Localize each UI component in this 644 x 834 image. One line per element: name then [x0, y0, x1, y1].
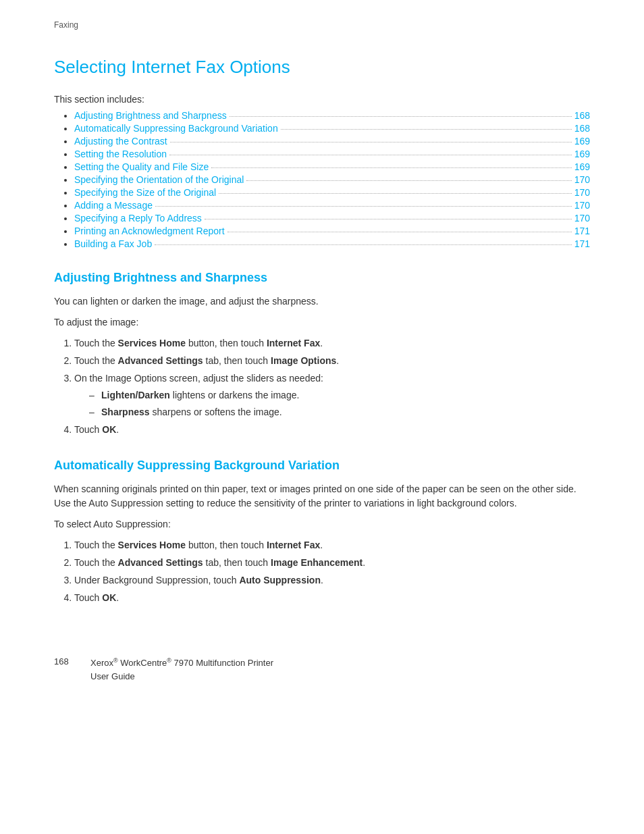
toc-page-number: 171 — [574, 238, 590, 249]
section2-to-select: To select Auto Suppression: — [54, 517, 590, 531]
toc-dots — [246, 180, 571, 181]
toc-page-number: 170 — [574, 200, 590, 211]
toc-page-number: 170 — [574, 213, 590, 224]
toc-page-number: 170 — [574, 187, 590, 198]
toc-link[interactable]: Automatically Suppressing Background Var… — [74, 123, 278, 134]
toc-link[interactable]: Adjusting the Contrast — [74, 136, 167, 147]
list-item: Touch OK. — [74, 423, 590, 437]
sub-list: Lighten/Darken lightens or darkens the i… — [74, 388, 590, 419]
section-includes-label: This section includes: — [54, 94, 590, 105]
toc-link[interactable]: Specifying the Size of the Original — [74, 187, 216, 198]
toc-link[interactable]: Printing an Acknowledgment Report — [74, 226, 225, 236]
toc-link[interactable]: Specifying the Orientation of the Origin… — [74, 174, 244, 185]
toc-page-number: 169 — [574, 136, 590, 147]
bold-text: Sharpness — [101, 407, 150, 417]
section-auto-suppress: Automatically Suppressing Background Var… — [54, 459, 590, 605]
bold-text: OK — [102, 424, 116, 435]
toc-dots — [227, 232, 572, 232]
bold-text: Advanced Settings — [118, 355, 203, 366]
bold-text: Internet Fax — [267, 338, 320, 348]
list-item: Touch OK. — [74, 591, 590, 605]
toc-page-number: 171 — [574, 226, 590, 236]
toc-item: Automatically Suppressing Background Var… — [74, 123, 590, 134]
toc-item: Adjusting Brightness and Sharpness168 — [74, 110, 590, 121]
page-footer: 168 Xerox® WorkCentre® 7970 Multifunctio… — [54, 646, 590, 683]
toc-link[interactable]: Setting the Resolution — [74, 149, 167, 159]
section2-title: Automatically Suppressing Background Var… — [54, 459, 590, 473]
bold-text: OK — [102, 592, 116, 603]
bold-text: Image Enhancement — [271, 557, 363, 568]
toc-dots — [230, 116, 572, 117]
toc-item: Adding a Message170 — [74, 200, 590, 211]
toc-item: Building a Fax Job171 — [74, 238, 590, 249]
toc-dots — [211, 167, 571, 168]
section2-steps: Touch the Services Home button, then tou… — [54, 538, 590, 605]
toc-page-number: 169 — [574, 149, 590, 159]
toc-item: Specifying the Size of the Original170 — [74, 187, 590, 198]
section1-intro: You can lighten or darken the image, and… — [54, 294, 590, 309]
breadcrumb: Faxing — [54, 20, 590, 30]
toc-page-number: 168 — [574, 110, 590, 121]
toc-item: Specifying a Reply To Address170 — [74, 213, 590, 224]
section2-body: When scanning originals printed on thin … — [54, 482, 590, 511]
page-title: Selecting Internet Fax Options — [54, 57, 590, 78]
toc-dots — [219, 193, 572, 194]
footer-line1: Xerox® WorkCentre® 7970 Multifunction Pr… — [90, 656, 273, 670]
toc-item: Setting the Quality and File Size169 — [74, 161, 590, 172]
toc-item: Printing an Acknowledgment Report171 — [74, 226, 590, 236]
toc-link[interactable]: Setting the Quality and File Size — [74, 161, 209, 172]
section-adjusting-brightness: Adjusting Brightness and Sharpness You c… — [54, 271, 590, 437]
footer-line2: User Guide — [90, 670, 273, 683]
list-item: Touch the Services Home button, then tou… — [74, 538, 590, 552]
list-item: Touch the Advanced Settings tab, then to… — [74, 556, 590, 570]
toc-link[interactable]: Adjusting Brightness and Sharpness — [74, 110, 227, 121]
toc-dots — [155, 244, 571, 245]
bold-text: Image Options — [271, 355, 336, 366]
toc-item: Specifying the Orientation of the Origin… — [74, 174, 590, 185]
toc-dots — [205, 219, 572, 219]
section1-to-adjust: To adjust the image: — [54, 315, 590, 330]
list-item: Touch the Services Home button, then tou… — [74, 336, 590, 350]
bold-text: Services Home — [118, 338, 186, 348]
section1-steps: Touch the Services Home button, then tou… — [54, 336, 590, 437]
toc-link[interactable]: Specifying a Reply To Address — [74, 213, 202, 224]
toc-item: Adjusting the Contrast169 — [74, 136, 590, 147]
bold-text: Services Home — [118, 540, 186, 550]
toc-page-number: 170 — [574, 174, 590, 185]
list-item: Lighten/Darken lightens or darkens the i… — [101, 388, 590, 402]
bold-text: Advanced Settings — [118, 557, 203, 568]
bold-text: Lighten/Darken — [101, 390, 170, 400]
footer-text: Xerox® WorkCentre® 7970 Multifunction Pr… — [90, 656, 273, 683]
footer-page-number: 168 — [54, 656, 74, 667]
toc-dots — [281, 129, 572, 130]
toc-page-number: 169 — [574, 161, 590, 172]
list-item: Under Background Suppression, touch Auto… — [74, 573, 590, 588]
toc-dots — [155, 206, 572, 207]
list-item: On the Image Options screen, adjust the … — [74, 371, 590, 419]
list-item: Touch the Advanced Settings tab, then to… — [74, 354, 590, 368]
bold-text: Auto Suppression — [239, 575, 321, 585]
section1-title: Adjusting Brightness and Sharpness — [54, 271, 590, 285]
toc-dots — [170, 142, 572, 142]
toc-link[interactable]: Adding a Message — [74, 200, 153, 211]
toc-dots — [169, 155, 572, 155]
toc-link[interactable]: Building a Fax Job — [74, 238, 152, 249]
list-item: Sharpness sharpens or softens the image. — [101, 405, 590, 419]
toc-item: Setting the Resolution169 — [74, 149, 590, 159]
toc-list: Adjusting Brightness and Sharpness168Aut… — [54, 110, 590, 249]
toc-page-number: 168 — [574, 123, 590, 134]
bold-text: Internet Fax — [267, 540, 320, 550]
